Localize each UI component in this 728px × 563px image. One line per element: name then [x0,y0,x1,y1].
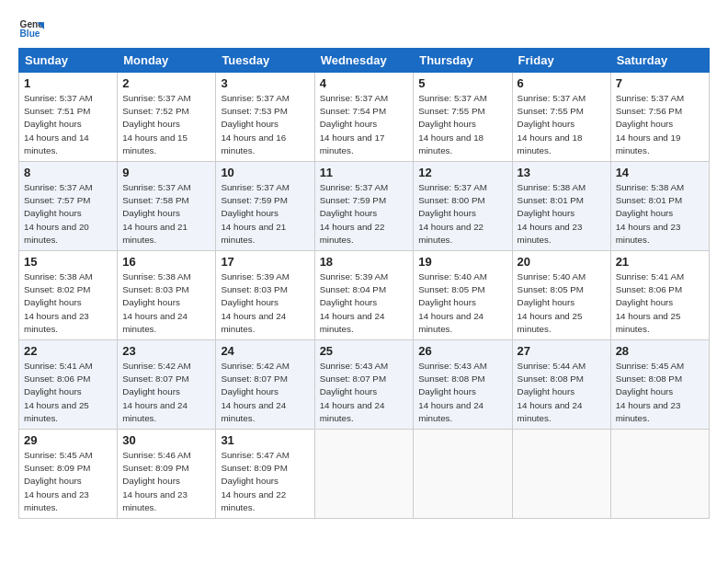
calendar-body: 1 Sunrise: 5:37 AM Sunset: 7:51 PM Dayli… [19,73,710,519]
day-detail: Sunrise: 5:41 AM Sunset: 8:06 PM Dayligh… [616,270,704,336]
day-detail: Sunrise: 5:42 AM Sunset: 8:07 PM Dayligh… [221,360,309,425]
day-detail: Sunrise: 5:45 AM Sunset: 8:08 PM Dayligh… [616,360,704,425]
calendar-day: 25 Sunrise: 5:43 AM Sunset: 8:07 PM Dayl… [314,340,414,430]
day-detail: Sunrise: 5:37 AM Sunset: 7:59 PM Dayligh… [320,181,409,247]
svg-text:Blue: Blue [20,29,40,39]
logo: General Blue [18,17,48,42]
day-detail: Sunrise: 5:38 AM Sunset: 8:02 PM Dayligh… [24,270,112,336]
weekday-header-thursday: Thursday [414,49,512,73]
calendar-day: 1 Sunrise: 5:37 AM Sunset: 7:51 PM Dayli… [19,73,118,162]
calendar-day: 21 Sunrise: 5:41 AM Sunset: 8:06 PM Dayl… [610,251,709,340]
day-detail: Sunrise: 5:37 AM Sunset: 7:56 PM Dayligh… [616,92,704,157]
day-detail: Sunrise: 5:38 AM Sunset: 8:01 PM Dayligh… [616,181,704,247]
calendar-day: 13 Sunrise: 5:38 AM Sunset: 8:01 PM Dayl… [512,162,610,251]
calendar-table: SundayMondayTuesdayWednesdayThursdayFrid… [18,48,710,519]
weekday-header-tuesday: Tuesday [216,49,314,73]
day-number: 26 [418,344,506,358]
day-detail: Sunrise: 5:40 AM Sunset: 8:05 PM Dayligh… [418,270,506,336]
day-detail: Sunrise: 5:37 AM Sunset: 7:53 PM Dayligh… [221,92,309,157]
calendar-day: 17 Sunrise: 5:39 AM Sunset: 8:03 PM Dayl… [216,251,314,340]
day-number: 2 [122,76,210,90]
calendar-week-4: 22 Sunrise: 5:41 AM Sunset: 8:06 PM Dayl… [19,340,710,430]
calendar-day: 19 Sunrise: 5:40 AM Sunset: 8:05 PM Dayl… [414,251,512,340]
weekday-header-monday: Monday [118,49,216,73]
day-detail: Sunrise: 5:43 AM Sunset: 8:07 PM Dayligh… [320,360,409,425]
day-number: 12 [418,166,506,179]
weekday-header-sunday: Sunday [19,49,118,73]
day-number: 16 [122,255,210,269]
day-number: 28 [616,344,704,358]
day-number: 20 [518,255,606,269]
calendar-day [512,430,610,519]
day-number: 21 [616,255,704,269]
day-detail: Sunrise: 5:37 AM Sunset: 7:59 PM Dayligh… [221,181,309,247]
logo-icon: General Blue [18,17,44,42]
day-number: 19 [418,255,506,269]
calendar-day: 6 Sunrise: 5:37 AM Sunset: 7:55 PM Dayli… [512,73,610,162]
weekday-header-wednesday: Wednesday [314,49,414,73]
day-detail: Sunrise: 5:37 AM Sunset: 7:55 PM Dayligh… [418,92,506,157]
calendar-day: 18 Sunrise: 5:39 AM Sunset: 8:04 PM Dayl… [314,251,414,340]
day-detail: Sunrise: 5:40 AM Sunset: 8:05 PM Dayligh… [518,270,606,336]
day-detail: Sunrise: 5:37 AM Sunset: 7:54 PM Dayligh… [320,92,409,157]
day-detail: Sunrise: 5:43 AM Sunset: 8:08 PM Dayligh… [418,360,506,425]
calendar-day: 24 Sunrise: 5:42 AM Sunset: 8:07 PM Dayl… [216,340,314,430]
calendar-day: 29 Sunrise: 5:45 AM Sunset: 8:09 PM Dayl… [19,430,118,519]
calendar-day: 9 Sunrise: 5:37 AM Sunset: 7:58 PM Dayli… [118,162,216,251]
day-number: 27 [518,344,606,358]
day-number: 1 [24,76,112,90]
calendar-week-3: 15 Sunrise: 5:38 AM Sunset: 8:02 PM Dayl… [19,251,710,340]
day-detail: Sunrise: 5:42 AM Sunset: 8:07 PM Dayligh… [122,360,210,425]
day-number: 13 [518,166,606,179]
calendar-day: 20 Sunrise: 5:40 AM Sunset: 8:05 PM Dayl… [512,251,610,340]
day-number: 11 [320,166,409,179]
day-number: 24 [221,344,309,358]
calendar-header-row: SundayMondayTuesdayWednesdayThursdayFrid… [19,49,710,73]
weekday-header-saturday: Saturday [610,49,709,73]
day-detail: Sunrise: 5:41 AM Sunset: 8:06 PM Dayligh… [24,360,112,425]
day-number: 15 [24,255,112,269]
day-number: 14 [616,166,704,179]
day-detail: Sunrise: 5:37 AM Sunset: 7:55 PM Dayligh… [518,92,606,157]
calendar-week-5: 29 Sunrise: 5:45 AM Sunset: 8:09 PM Dayl… [19,430,710,519]
day-detail: Sunrise: 5:37 AM Sunset: 7:57 PM Dayligh… [24,181,112,247]
calendar-day: 8 Sunrise: 5:37 AM Sunset: 7:57 PM Dayli… [19,162,118,251]
day-number: 31 [221,433,309,447]
calendar-day: 4 Sunrise: 5:37 AM Sunset: 7:54 PM Dayli… [314,73,414,162]
day-number: 7 [616,76,704,90]
day-detail: Sunrise: 5:47 AM Sunset: 8:09 PM Dayligh… [221,449,309,514]
calendar-day: 31 Sunrise: 5:47 AM Sunset: 8:09 PM Dayl… [216,430,314,519]
day-number: 23 [122,344,210,358]
calendar-day: 15 Sunrise: 5:38 AM Sunset: 8:02 PM Dayl… [19,251,118,340]
day-detail: Sunrise: 5:37 AM Sunset: 7:51 PM Dayligh… [24,92,112,157]
page-container: General Blue SundayMondayTuesdayWednesda… [0,0,728,528]
calendar-day [610,430,709,519]
calendar-day [314,430,414,519]
day-detail: Sunrise: 5:38 AM Sunset: 8:01 PM Dayligh… [518,181,606,247]
day-number: 29 [24,433,112,447]
calendar-week-1: 1 Sunrise: 5:37 AM Sunset: 7:51 PM Dayli… [19,73,710,162]
calendar-day [414,430,512,519]
day-number: 8 [24,166,112,179]
day-detail: Sunrise: 5:46 AM Sunset: 8:09 PM Dayligh… [122,449,210,514]
calendar-day: 10 Sunrise: 5:37 AM Sunset: 7:59 PM Dayl… [216,162,314,251]
calendar-day: 3 Sunrise: 5:37 AM Sunset: 7:53 PM Dayli… [216,73,314,162]
calendar-day: 22 Sunrise: 5:41 AM Sunset: 8:06 PM Dayl… [19,340,118,430]
calendar-day: 16 Sunrise: 5:38 AM Sunset: 8:03 PM Dayl… [118,251,216,340]
day-number: 5 [418,76,506,90]
header: General Blue [18,17,710,42]
calendar-day: 23 Sunrise: 5:42 AM Sunset: 8:07 PM Dayl… [118,340,216,430]
day-number: 4 [320,76,409,90]
calendar-day: 5 Sunrise: 5:37 AM Sunset: 7:55 PM Dayli… [414,73,512,162]
day-detail: Sunrise: 5:39 AM Sunset: 8:03 PM Dayligh… [221,270,309,336]
calendar-day: 27 Sunrise: 5:44 AM Sunset: 8:08 PM Dayl… [512,340,610,430]
calendar-day: 28 Sunrise: 5:45 AM Sunset: 8:08 PM Dayl… [610,340,709,430]
day-number: 6 [518,76,606,90]
calendar-day: 12 Sunrise: 5:37 AM Sunset: 8:00 PM Dayl… [414,162,512,251]
day-detail: Sunrise: 5:44 AM Sunset: 8:08 PM Dayligh… [518,360,606,425]
day-number: 9 [122,166,210,179]
day-detail: Sunrise: 5:38 AM Sunset: 8:03 PM Dayligh… [122,270,210,336]
day-detail: Sunrise: 5:39 AM Sunset: 8:04 PM Dayligh… [320,270,409,336]
day-detail: Sunrise: 5:37 AM Sunset: 8:00 PM Dayligh… [418,181,506,247]
calendar-day: 14 Sunrise: 5:38 AM Sunset: 8:01 PM Dayl… [610,162,709,251]
